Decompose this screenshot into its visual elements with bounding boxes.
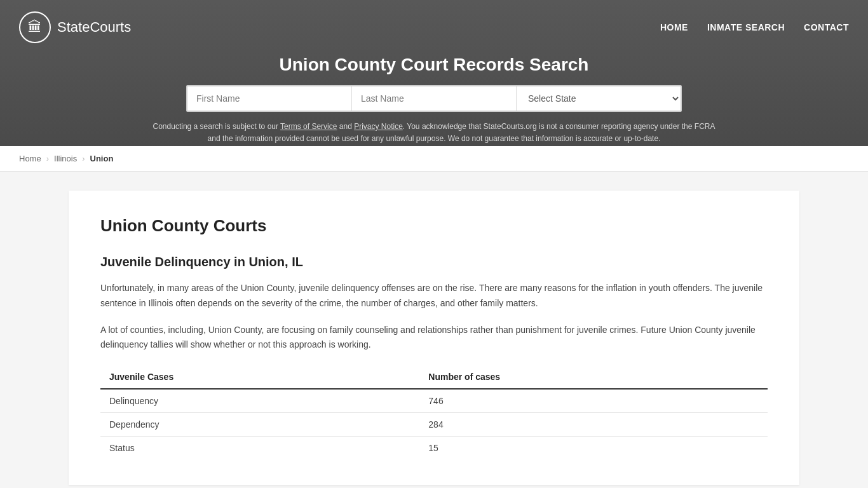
subsection-title: Juvenile Delinquency in Union, IL [100,255,768,269]
paragraph-1: Unfortunately, in many areas of the Unio… [100,281,768,311]
breadcrumb-sep-2: › [82,154,85,163]
main-content: Union County Courts Juvenile Delinquency… [69,191,799,485]
case-type: Dependency [100,413,419,437]
breadcrumb-county: Union [90,154,114,163]
breadcrumb-sep-1: › [46,154,49,163]
case-count: 746 [419,389,768,413]
case-count: 284 [419,413,768,437]
table-row: Status 15 [100,437,768,460]
logo-icon: 🏛 [19,11,51,43]
logo-text: StateCourts [57,19,131,36]
last-name-input[interactable] [352,86,517,111]
terms-link[interactable]: Terms of Service [280,122,337,131]
header-content: Union County Court Records Search Select… [0,55,868,146]
table-col1-header: Juvenile Cases [100,365,419,389]
top-nav: 🏛 StateCourts HOME INMATE SEARCH CONTACT [0,0,868,55]
privacy-link[interactable]: Privacy Notice [354,122,403,131]
case-type: Delinquency [100,389,419,413]
paragraph-2: A lot of counties, including, Union Coun… [100,323,768,353]
logo[interactable]: 🏛 StateCourts [19,11,131,43]
table-col2-header: Number of cases [419,365,768,389]
section-title: Union County Courts [100,216,768,236]
page-title: Union County Court Records Search [280,55,589,75]
case-count: 15 [419,437,768,460]
header: 🏛 StateCourts HOME INMATE SEARCH CONTACT… [0,0,868,146]
breadcrumb: Home › Illinois › Union [0,146,868,172]
table-row: Dependency 284 [100,413,768,437]
breadcrumb-state[interactable]: Illinois [54,154,77,163]
juvenile-cases-table: Juvenile Cases Number of cases Delinquen… [100,365,768,459]
search-bar: Select State Alabama Illinois Texas [186,85,682,112]
nav-inmate-search[interactable]: INMATE SEARCH [707,22,785,32]
table-row: Delinquency 746 [100,389,768,413]
nav-links: HOME INMATE SEARCH CONTACT [660,22,849,32]
nav-home[interactable]: HOME [660,22,688,32]
state-select[interactable]: Select State Alabama Illinois Texas [517,86,681,111]
breadcrumb-home[interactable]: Home [19,154,41,163]
disclaimer: Conducting a search is subject to our Te… [148,121,720,145]
nav-contact[interactable]: CONTACT [804,22,849,32]
case-type: Status [100,437,419,460]
first-name-input[interactable] [187,86,352,111]
